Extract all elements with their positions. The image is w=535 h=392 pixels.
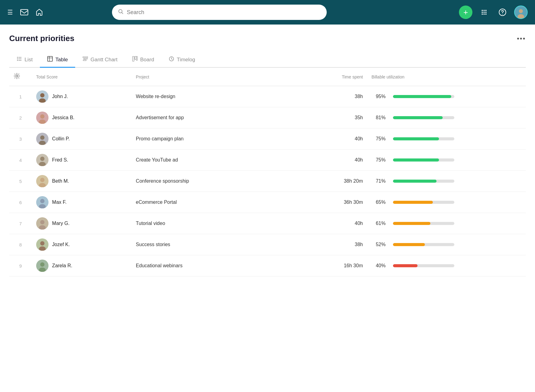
row-utilization: 52% [367, 234, 526, 255]
progress-bar-fill [393, 158, 439, 162]
tab-timelog[interactable]: Timelog [161, 52, 202, 68]
data-table: Total Score Project Time spent Billable … [9, 68, 526, 276]
progress-bar-bg [393, 264, 454, 267]
row-time: 40h [286, 128, 367, 150]
svg-point-2 [482, 10, 483, 11]
tab-table[interactable]: Table [40, 52, 75, 68]
settings-gear-icon[interactable] [13, 74, 20, 81]
row-project: Create YouTube ad [132, 150, 286, 171]
row-person: Jessica B. [32, 107, 132, 128]
main-content: Current priorities ••• List [0, 25, 535, 283]
person-name: Jessica B. [52, 115, 75, 120]
progress-bar-bg [393, 201, 454, 204]
progress-bar-bg [393, 137, 454, 140]
svg-rect-27 [83, 60, 86, 61]
svg-point-12 [502, 14, 503, 14]
person-avatar [36, 133, 48, 145]
person-name: Beth M. [52, 178, 69, 184]
util-percentage: 61% [376, 221, 389, 226]
person-avatar [36, 90, 48, 103]
col-billable-utilization: Billable utilization [367, 68, 526, 86]
user-avatar[interactable] [514, 6, 528, 19]
col-settings [9, 68, 32, 86]
row-person: Collin P. [32, 128, 132, 150]
progress-bar-bg [393, 222, 454, 225]
more-options-button[interactable]: ••• [517, 35, 526, 43]
table-header-row: Total Score Project Time spent Billable … [9, 68, 526, 86]
svg-point-37 [40, 114, 44, 119]
home-icon[interactable] [36, 9, 43, 16]
search-input[interactable] [127, 9, 321, 16]
progress-bar-fill [393, 243, 425, 246]
table-row: 9 Zarela R. Educational webinars 16h 30m… [9, 255, 526, 276]
progress-bar-fill [393, 180, 437, 183]
svg-rect-0 [21, 10, 28, 15]
svg-rect-30 [136, 56, 137, 60]
row-utilization: 65% [367, 192, 526, 213]
person-avatar [36, 238, 48, 251]
row-utilization: 71% [367, 171, 526, 192]
row-project: eCommerce Portal [132, 192, 286, 213]
util-percentage: 71% [376, 178, 389, 184]
header-actions: + [459, 6, 528, 19]
util-percentage: 95% [376, 94, 389, 99]
svg-rect-26 [84, 58, 87, 59]
row-utilization: 75% [367, 128, 526, 150]
row-time: 40h [286, 150, 367, 171]
person-name: Jozef K. [52, 242, 70, 247]
menu-icon[interactable]: ☰ [7, 9, 13, 16]
util-percentage: 75% [376, 136, 389, 142]
grid-button[interactable] [477, 6, 491, 19]
person-avatar [36, 154, 48, 166]
row-person: Max F. [32, 192, 132, 213]
person-name: Fred S. [52, 157, 68, 163]
person-name: John J. [52, 94, 68, 99]
row-project: Success stories [132, 234, 286, 255]
progress-bar-fill [393, 137, 439, 140]
table-row: 6 Max F. eCommerce Portal 36h 30m 65% [9, 192, 526, 213]
row-time: 38h [286, 86, 367, 107]
person-avatar [36, 175, 48, 187]
util-percentage: 40% [376, 263, 389, 268]
svg-point-5 [482, 12, 483, 13]
tab-board[interactable]: Board [125, 52, 161, 68]
timelog-tab-icon [169, 56, 174, 63]
row-project: Website re-design [132, 86, 286, 107]
tab-list[interactable]: List [9, 52, 40, 68]
row-utilization: 75% [367, 150, 526, 171]
tab-gantt[interactable]: Gantt Chart [75, 52, 125, 68]
row-person: Jozef K. [32, 234, 132, 255]
table-row: 1 John J. Website re-design 38h 95% [9, 86, 526, 107]
col-project: Project [132, 68, 286, 86]
row-time: 35h [286, 107, 367, 128]
svg-point-15 [518, 14, 524, 19]
person-avatar [36, 260, 48, 272]
progress-bar-bg [393, 95, 454, 98]
row-person: Zarela R. [32, 255, 132, 276]
add-button[interactable]: + [459, 6, 472, 19]
person-avatar [36, 112, 48, 124]
svg-point-49 [40, 199, 44, 203]
tab-gantt-label: Gantt Chart [90, 57, 117, 63]
mail-icon[interactable] [20, 9, 28, 15]
row-rank: 6 [9, 192, 32, 213]
progress-bar-bg [393, 158, 454, 162]
svg-point-14 [519, 9, 523, 13]
row-utilization: 95% [367, 86, 526, 107]
tab-board-label: Board [140, 57, 154, 63]
row-rank: 5 [9, 171, 32, 192]
row-time: 16h 30m [286, 255, 367, 276]
progress-bar-fill [393, 201, 433, 204]
help-button[interactable] [496, 6, 509, 19]
svg-rect-22 [48, 56, 52, 61]
row-rank: 1 [9, 86, 32, 107]
row-time: 36h 30m [286, 192, 367, 213]
col-time-spent: Time spent [286, 68, 367, 86]
row-time: 40h [286, 213, 367, 234]
progress-bar-bg [393, 243, 454, 246]
table-row: 8 Jozef K. Success stories 38h 52% [9, 234, 526, 255]
svg-point-10 [485, 13, 487, 15]
svg-point-9 [483, 13, 485, 15]
util-percentage: 52% [376, 242, 389, 247]
svg-point-46 [40, 178, 44, 182]
